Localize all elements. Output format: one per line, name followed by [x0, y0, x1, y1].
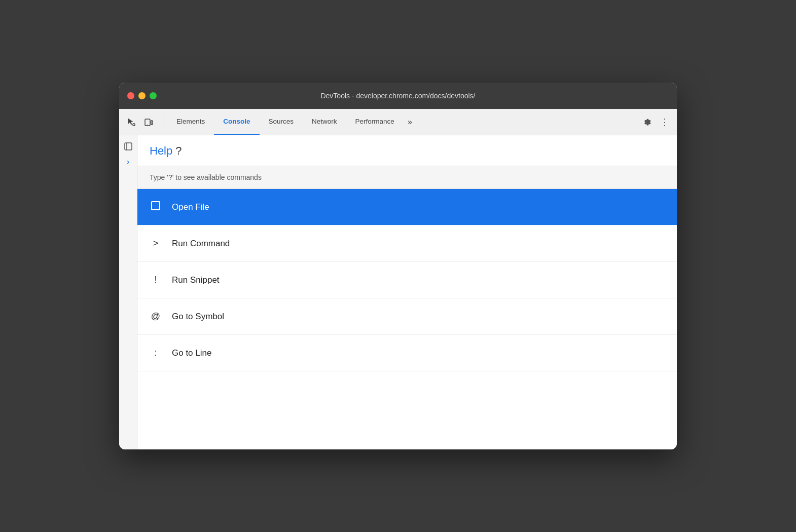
svg-rect-4 — [125, 143, 132, 150]
devtools-window: DevTools - developer.chrome.com/docs/dev… — [119, 83, 677, 449]
run-command-icon: > — [150, 238, 162, 249]
tab-elements[interactable]: Elements — [167, 109, 214, 135]
tab-sources[interactable]: Sources — [260, 109, 303, 135]
devtools-body: › Help ? Type '?' to see available comma… — [119, 135, 677, 449]
hint-bar: Type '?' to see available commands — [137, 166, 677, 189]
command-open-file[interactable]: Open File — [137, 189, 677, 225]
run-snippet-label: Run Snippet — [172, 275, 220, 285]
ellipsis-icon: ⋮ — [660, 118, 670, 127]
svg-point-3 — [147, 124, 148, 125]
toolbar-left-icons — [123, 114, 157, 130]
more-tabs-button[interactable]: » — [404, 109, 416, 135]
help-label: Help — [150, 144, 172, 158]
command-go-to-line[interactable]: : Go to Line — [137, 335, 677, 371]
go-to-line-label: Go to Line — [172, 348, 211, 358]
command-list: Open File > Run Command ! Run Snippet @ … — [137, 189, 677, 449]
main-content: Help ? Type '?' to see available command… — [137, 135, 677, 449]
settings-button[interactable] — [638, 114, 655, 130]
tab-console[interactable]: Console — [214, 109, 259, 135]
traffic-lights — [127, 92, 157, 99]
tab-performance[interactable]: Performance — [346, 109, 404, 135]
sidebar-panel-icon[interactable] — [121, 139, 135, 154]
command-run-command[interactable]: > Run Command — [137, 225, 677, 262]
open-file-icon — [150, 201, 162, 213]
device-icon — [144, 118, 153, 127]
menu-button[interactable]: ⋮ — [657, 114, 673, 130]
run-snippet-icon: ! — [150, 275, 162, 285]
toolbar-divider — [164, 115, 164, 129]
go-to-symbol-icon: @ — [150, 311, 162, 322]
go-to-line-icon: : — [150, 348, 162, 358]
svg-rect-0 — [133, 124, 135, 126]
sidebar: › — [119, 135, 137, 449]
maximize-button[interactable] — [150, 92, 157, 99]
titlebar: DevTools - developer.chrome.com/docs/dev… — [119, 83, 677, 109]
cursor-icon — [127, 118, 136, 127]
help-header: Help ? — [137, 135, 677, 166]
go-to-symbol-label: Go to Symbol — [172, 312, 224, 322]
device-toolbar-button[interactable] — [140, 114, 157, 130]
window-title: DevTools - developer.chrome.com/docs/dev… — [320, 92, 475, 100]
close-button[interactable] — [127, 92, 134, 99]
devtools-toolbar: Elements Console Sources Network Perform… — [119, 109, 677, 135]
square-icon — [151, 201, 160, 210]
open-file-label: Open File — [172, 202, 209, 212]
svg-rect-2 — [151, 121, 153, 125]
hint-text: Type '?' to see available commands — [150, 173, 262, 181]
run-command-label: Run Command — [172, 239, 230, 249]
help-cursor-char: ? — [175, 144, 182, 158]
gear-icon — [642, 118, 651, 127]
command-run-snippet[interactable]: ! Run Snippet — [137, 262, 677, 298]
panel-icon — [124, 142, 132, 150]
toolbar-tabs: Elements Console Sources Network Perform… — [167, 109, 416, 135]
command-go-to-symbol[interactable]: @ Go to Symbol — [137, 298, 677, 335]
inspect-element-button[interactable] — [123, 114, 139, 130]
toolbar-right: ⋮ — [638, 114, 673, 130]
tab-network[interactable]: Network — [303, 109, 346, 135]
minimize-button[interactable] — [138, 92, 146, 99]
sidebar-chevron[interactable]: › — [127, 158, 129, 166]
